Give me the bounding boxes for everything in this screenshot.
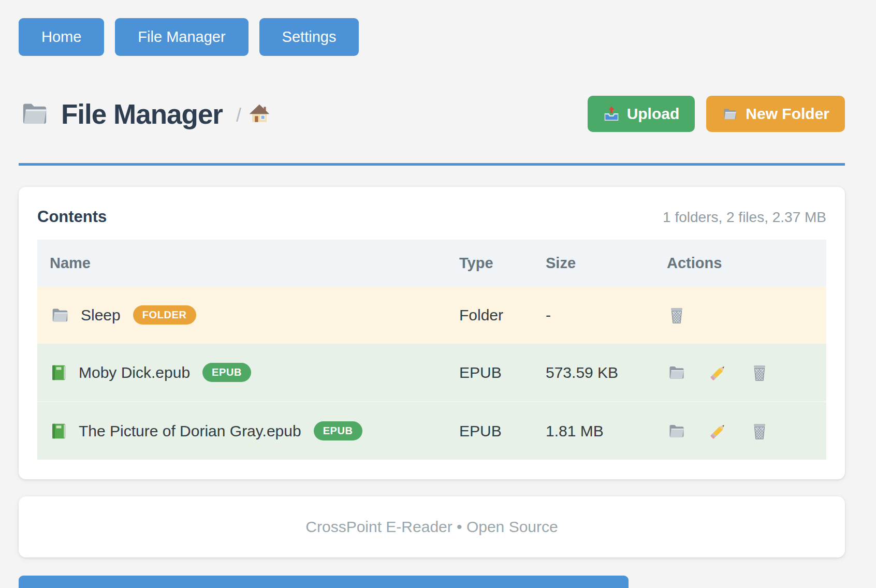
trash-icon — [750, 363, 769, 383]
file-type: EPUB — [459, 422, 546, 440]
contents-card-header: Contents 1 folders, 2 files, 2.37 MB — [37, 208, 826, 226]
folder-icon — [19, 99, 51, 128]
folder-badge: FOLDER — [133, 305, 196, 325]
footer-text: CrossPoint E-Reader • Open Source — [305, 518, 558, 536]
file-size: - — [546, 306, 667, 324]
file-name[interactable]: The Picture of Dorian Gray.epub — [79, 422, 301, 440]
file-name[interactable]: Sleep — [81, 306, 121, 324]
folder-icon — [667, 364, 687, 381]
breadcrumb-separator: / — [236, 105, 241, 126]
move-button[interactable] — [667, 364, 687, 381]
page-header: File Manager / Upload New Folder — [19, 96, 845, 132]
nav-home-button[interactable]: Home — [19, 18, 104, 56]
column-header-name: Name — [50, 255, 459, 272]
footer-card: CrossPoint E-Reader • Open Source — [19, 496, 845, 557]
delete-button[interactable] — [667, 305, 687, 325]
file-size: 1.81 MB — [546, 422, 667, 440]
upload-button[interactable]: Upload — [588, 96, 695, 132]
column-header-actions: Actions — [667, 255, 826, 272]
green-book-icon — [50, 421, 68, 441]
name-cell: The Picture of Dorian Gray.epub EPUB — [50, 421, 459, 441]
new-folder-button[interactable]: New Folder — [706, 96, 845, 132]
move-button[interactable] — [667, 422, 687, 440]
bottom-toolbar-cutoff — [19, 576, 629, 588]
column-header-size: Size — [546, 255, 667, 272]
table-row-moby-dick[interactable]: Moby Dick.epub EPUB EPUB 573.59 KB — [37, 344, 826, 401]
nav-settings-button[interactable]: Settings — [259, 18, 359, 56]
name-cell: Moby Dick.epub EPUB — [50, 363, 459, 383]
name-cell: Sleep FOLDER — [50, 305, 459, 325]
epub-badge: EPUB — [314, 421, 362, 440]
folder-icon — [722, 107, 738, 122]
title-wrap: File Manager / — [19, 98, 270, 130]
actions-cell — [667, 363, 826, 383]
contents-card: Contents 1 folders, 2 files, 2.37 MB Nam… — [19, 187, 845, 479]
column-header-type: Type — [459, 255, 546, 272]
file-type: EPUB — [459, 364, 546, 381]
nav-file-manager-button[interactable]: File Manager — [115, 18, 248, 56]
delete-button[interactable] — [750, 363, 769, 383]
page-container: Home File Manager Settings File Manager … — [19, 0, 845, 557]
contents-title: Contents — [37, 208, 107, 226]
trash-icon — [750, 421, 769, 441]
file-type: Folder — [459, 306, 546, 324]
file-name[interactable]: Moby Dick.epub — [79, 364, 190, 381]
house-icon[interactable] — [249, 103, 270, 125]
actions-cell — [667, 305, 826, 325]
header-actions: Upload New Folder — [588, 96, 845, 132]
table-row-dorian-gray[interactable]: The Picture of Dorian Gray.epub EPUB EPU… — [37, 401, 826, 460]
page-title: File Manager — [61, 98, 223, 130]
folder-icon — [50, 306, 70, 325]
rename-button[interactable] — [708, 421, 728, 441]
file-table: Name Type Size Actions Sleep FOLDER Fold… — [37, 240, 826, 460]
upload-button-label: Upload — [627, 105, 680, 123]
new-folder-button-label: New Folder — [746, 105, 829, 123]
epub-badge: EPUB — [202, 363, 251, 382]
table-row-sleep[interactable]: Sleep FOLDER Folder - — [37, 286, 826, 344]
trash-icon — [667, 305, 687, 325]
green-book-icon — [50, 363, 68, 383]
contents-summary: 1 folders, 2 files, 2.37 MB — [663, 209, 826, 226]
folder-icon — [667, 422, 687, 440]
top-nav: Home File Manager Settings — [19, 18, 845, 56]
delete-button[interactable] — [750, 421, 769, 441]
upload-tray-icon — [603, 106, 620, 122]
title-divider — [19, 163, 845, 166]
pencil-icon — [708, 421, 728, 441]
actions-cell — [667, 421, 826, 441]
table-header-row: Name Type Size Actions — [37, 240, 826, 286]
pencil-icon — [708, 363, 728, 383]
rename-button[interactable] — [708, 363, 728, 383]
file-size: 573.59 KB — [546, 364, 667, 381]
